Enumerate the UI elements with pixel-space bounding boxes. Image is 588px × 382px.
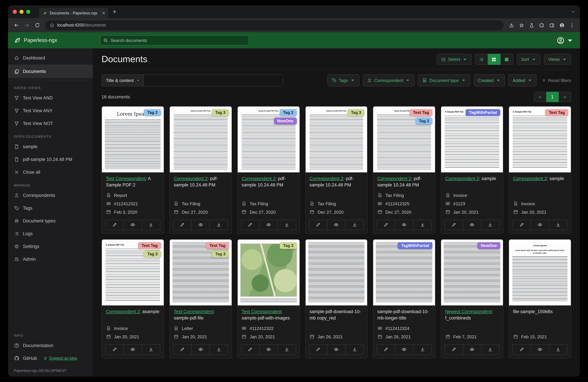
- edit-button[interactable]: [105, 344, 124, 354]
- correspondent-link[interactable]: Correspondent 2: [242, 176, 275, 181]
- sidebar-item-correspondents[interactable]: Correspondents: [8, 189, 93, 201]
- tag-badge[interactable]: Test Tag: [206, 242, 229, 249]
- tag-badge[interactable]: Test Tag: [138, 242, 161, 249]
- edit-button[interactable]: [513, 344, 531, 354]
- tag-badge[interactable]: Tag 3: [348, 109, 365, 116]
- view-button[interactable]: [463, 344, 481, 354]
- view-details-button[interactable]: [501, 54, 513, 65]
- download-button[interactable]: [549, 220, 567, 230]
- tag-badge[interactable]: Tag 2: [144, 109, 161, 116]
- new-tab-button[interactable]: [112, 9, 117, 14]
- suggest-idea-link[interactable]: Suggest an idea: [43, 356, 77, 360]
- view-button[interactable]: [124, 220, 142, 230]
- download-button[interactable]: [277, 344, 296, 354]
- sidebar-item-test-view-not[interactable]: Test View NOT: [8, 117, 93, 130]
- forward-button[interactable]: [22, 20, 32, 30]
- sidebar-item-document-types[interactable]: Document types: [8, 214, 93, 227]
- title-content-input[interactable]: [144, 74, 283, 86]
- document-thumbnail[interactable]: Test TagTag 3: [170, 240, 232, 306]
- search-input[interactable]: [100, 35, 249, 45]
- sidebar-item-github[interactable]: GitHub Suggest an idea: [8, 352, 93, 364]
- pagination-prev-button[interactable]: «: [534, 92, 546, 102]
- share-icon[interactable]: [509, 23, 514, 28]
- download-button[interactable]: [549, 344, 567, 354]
- tab-close-icon[interactable]: [102, 11, 105, 15]
- correspondent-link[interactable]: Correspondent 2: [310, 176, 343, 181]
- correspondent-link[interactable]: Test Correspondent: [242, 309, 281, 314]
- sidebar-item-documentation[interactable]: Documentation: [8, 339, 93, 352]
- sidebar-item-settings[interactable]: Settings: [8, 240, 93, 253]
- correspondent-link[interactable]: Test Correspondent: [174, 309, 213, 314]
- user-menu[interactable]: [557, 37, 574, 44]
- tag-badge[interactable]: Tag 2: [416, 118, 433, 124]
- extensions-puzzle-icon[interactable]: [539, 23, 544, 28]
- edit-button[interactable]: [241, 220, 259, 230]
- document-thumbnail[interactable]: Lorem Ipsum Tag 2: [102, 106, 164, 173]
- sidebar-item-test-view-any[interactable]: Test View ANY: [8, 104, 93, 117]
- reload-button[interactable]: [32, 20, 42, 30]
- document-thumbnail[interactable]: A Simple PDF File Test Tag: [509, 106, 571, 173]
- view-button[interactable]: [327, 344, 345, 354]
- view-button[interactable]: [259, 220, 277, 230]
- tags-filter-button[interactable]: Tags: [327, 74, 359, 86]
- document-thumbnail[interactable]: Tag 3: [237, 240, 299, 306]
- address-bar[interactable]: localhost:4200/documents: [45, 20, 504, 30]
- edit-button[interactable]: [309, 344, 327, 354]
- edit-button[interactable]: [173, 344, 191, 354]
- browser-menu-icon[interactable]: [569, 23, 575, 28]
- download-button[interactable]: [345, 220, 364, 230]
- edit-button[interactable]: [377, 344, 395, 354]
- edit-button[interactable]: [377, 220, 395, 230]
- view-button[interactable]: [327, 220, 345, 230]
- document-thumbnail[interactable]: A Simple PDF File TagWithPartial: [441, 106, 503, 173]
- sidebar-item-open-sample[interactable]: sample: [8, 140, 93, 153]
- download-button[interactable]: [481, 344, 499, 354]
- tag-badge[interactable]: Test Tag: [546, 109, 568, 116]
- view-button[interactable]: [463, 220, 481, 230]
- tag-badge[interactable]: Tag 3: [280, 242, 297, 249]
- view-button[interactable]: [191, 344, 210, 354]
- sidebar-item-dashboard[interactable]: Dashboard: [8, 51, 93, 64]
- app-brand[interactable]: Paperless-ngx: [14, 37, 93, 44]
- edit-button[interactable]: [105, 220, 124, 230]
- tag-badge[interactable]: Test Tag: [410, 109, 432, 116]
- sidebar-item-admin[interactable]: Admin: [8, 253, 93, 265]
- pagination-next-button[interactable]: »: [559, 92, 571, 102]
- view-button[interactable]: [395, 344, 413, 354]
- download-button[interactable]: [345, 344, 364, 354]
- tab-search-icon[interactable]: [571, 10, 575, 14]
- view-button[interactable]: [531, 344, 549, 354]
- download-button[interactable]: [481, 220, 499, 230]
- tag-badge[interactable]: Tag 3: [144, 251, 161, 257]
- bookmark-star-icon[interactable]: [519, 23, 524, 28]
- view-button[interactable]: [191, 220, 210, 230]
- view-button[interactable]: [395, 220, 413, 230]
- edit-button[interactable]: [309, 220, 327, 230]
- tag-badge[interactable]: NewOne: [477, 242, 500, 249]
- edit-button[interactable]: [445, 220, 463, 230]
- close-window-button[interactable]: [13, 10, 17, 14]
- tag-badge[interactable]: NewOne: [274, 118, 297, 124]
- sidebar-item-open-pdf-sample[interactable]: pdf-sample 10.24.48 PM: [8, 153, 93, 166]
- download-button[interactable]: [413, 220, 432, 230]
- tag-badge[interactable]: TagWithPartial: [466, 109, 500, 116]
- tag-badge[interactable]: Tag 3: [212, 251, 229, 257]
- document-type-filter-button[interactable]: Document type: [418, 74, 470, 86]
- correspondent-link[interactable]: Correspondent 2: [377, 176, 411, 181]
- reset-filters-button[interactable]: Reset filters: [542, 78, 571, 83]
- download-button[interactable]: [277, 220, 296, 230]
- views-button[interactable]: Views: [544, 54, 571, 65]
- tag-badge[interactable]: Tag 3: [212, 109, 229, 116]
- correspondent-link[interactable]: Correspondent 2: [174, 176, 208, 181]
- correspondent-link[interactable]: Correspondent 2: [106, 309, 140, 314]
- title-content-dropdown[interactable]: Title & content: [102, 74, 144, 86]
- document-thumbnail[interactable]: Adobe Acrobat PDF Files Tag 3: [305, 106, 367, 173]
- document-thumbnail[interactable]: Adobe Acrobat PDF Files Tag 3: [170, 106, 232, 173]
- sidebar-item-documents[interactable]: Documents: [8, 64, 93, 78]
- tag-badge[interactable]: Tag 2: [280, 109, 297, 116]
- sort-button[interactable]: Sort: [517, 54, 540, 65]
- back-button[interactable]: [11, 20, 21, 30]
- correspondent-filter-button[interactable]: Correspondent: [363, 74, 415, 86]
- document-thumbnail[interactable]: Lorem ipsum Lorem ipsum dolor sit amet, …: [509, 240, 571, 306]
- download-button[interactable]: [413, 344, 432, 354]
